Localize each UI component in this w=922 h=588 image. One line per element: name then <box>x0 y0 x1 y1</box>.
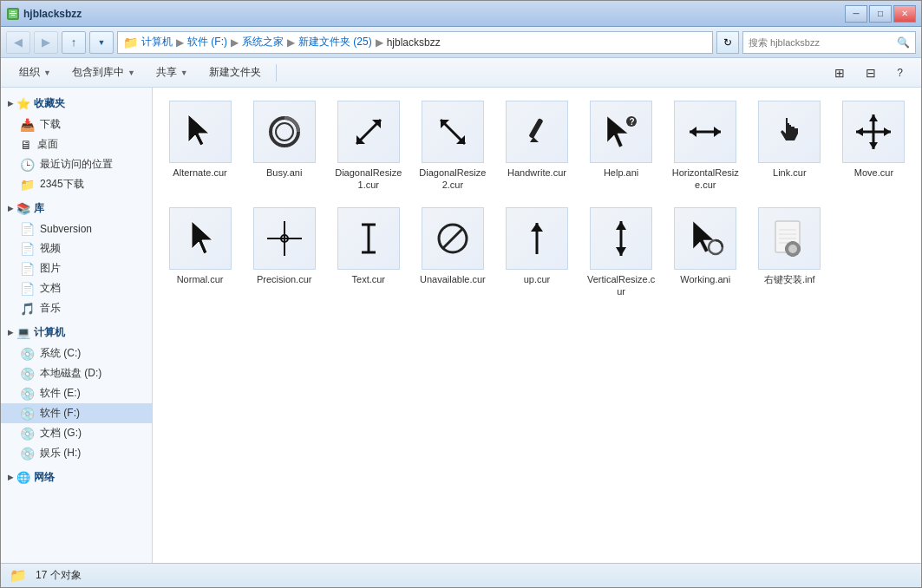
file-item-help[interactable]: ? Help.ani <box>581 95 662 198</box>
svg-marker-29 <box>856 127 863 136</box>
svg-rect-54 <box>791 241 794 245</box>
address-part-current: hjblacksbzz <box>387 36 441 49</box>
share-button[interactable]: 共享 ▼ <box>147 62 198 84</box>
file-icon-diagonalresize1 <box>337 101 400 163</box>
svg-rect-55 <box>791 253 794 257</box>
sidebar-item-download[interactable]: 📥 下载 <box>1 114 152 134</box>
search-icon[interactable]: 🔍 <box>897 36 910 49</box>
svg-rect-4 <box>11 15 15 16</box>
file-item-alternate[interactable]: Alternate.cur <box>160 95 240 198</box>
file-item-text[interactable]: Text.cur <box>328 201 409 304</box>
up-button[interactable]: ↑ <box>62 31 86 54</box>
include-library-button[interactable]: 包含到库中 ▼ <box>62 62 145 84</box>
nav-bar: ◀ ▶ ↑ ▼ 📁 计算机 ▶ 软件 (F:) ▶ 系统之家 ▶ 新建文件夹 (… <box>1 27 921 58</box>
file-name-link: Link.cur <box>773 167 807 179</box>
file-area: Alternate.cur Busy.ani <box>153 88 921 563</box>
download-icon: 📥 <box>20 118 35 132</box>
sidebar-item-recent[interactable]: 🕒 最近访问的位置 <box>1 154 152 174</box>
svg-text:?: ? <box>630 117 635 127</box>
sidebar-item-subversion[interactable]: 📄 Subversion <box>1 219 152 238</box>
sidebar-item-local-d[interactable]: 💿 本地磁盘 (D:) <box>1 363 152 383</box>
disk-f-icon: 💿 <box>20 407 35 421</box>
new-folder-button[interactable]: 新建文件夹 <box>199 62 271 84</box>
recent-locations-button[interactable]: ▼ <box>89 31 114 54</box>
sidebar-section-network: ▶ 🌐 网络 <box>1 467 152 488</box>
file-item-precision[interactable]: Precision.cur <box>244 201 324 304</box>
sidebar-item-image[interactable]: 📄 图片 <box>1 258 152 278</box>
sidebar-network-header[interactable]: ▶ 🌐 网络 <box>1 467 152 488</box>
file-icon-diagonalresize2 <box>422 101 484 163</box>
sidebar-item-2345[interactable]: 📁 2345下载 <box>1 174 152 194</box>
file-name-text: Text.cur <box>352 273 386 285</box>
file-item-handwrite[interactable]: Handwrite.cur <box>496 95 577 198</box>
search-input[interactable] <box>749 37 893 48</box>
sidebar-item-doc-g[interactable]: 💿 文档 (G:) <box>1 423 152 443</box>
file-item-unavailable[interactable]: Unavailable.cur <box>412 201 493 304</box>
file-name-alternate: Alternate.cur <box>173 167 226 179</box>
disk-g-icon: 💿 <box>20 427 35 441</box>
address-part-computer[interactable]: 计算机 <box>141 35 173 49</box>
main-window: hjblacksbzz ─ □ ✕ ◀ ▶ ↑ ▼ 📁 计算机 ▶ 软件 (F:… <box>0 0 922 588</box>
desktop-icon: 🖥 <box>20 138 32 152</box>
close-button[interactable]: ✕ <box>893 5 916 23</box>
sidebar-item-video[interactable]: 📄 视频 <box>1 238 152 258</box>
subversion-icon: 📄 <box>20 222 35 236</box>
sidebar-favorites-header[interactable]: ▶ ⭐ 收藏夹 <box>1 93 152 114</box>
svg-rect-56 <box>785 247 788 251</box>
svg-rect-3 <box>11 11 15 12</box>
file-item-horizontalresize[interactable]: HorizontalResize.cur <box>665 95 746 198</box>
address-part-xzj[interactable]: 系统之家 <box>242 35 284 49</box>
title-bar: hjblacksbzz ─ □ ✕ <box>1 1 921 27</box>
sidebar-item-soft-e[interactable]: 💿 软件 (E:) <box>1 383 152 403</box>
file-item-rightclick[interactable]: 右键安装.inf <box>749 201 830 304</box>
2345-icon: 📁 <box>20 178 35 192</box>
back-button[interactable]: ◀ <box>6 31 30 54</box>
restore-button[interactable]: □ <box>869 5 892 23</box>
file-icon-rightclick <box>758 207 821 270</box>
search-bar[interactable]: 🔍 <box>742 31 916 54</box>
svg-marker-28 <box>869 142 878 149</box>
sidebar-item-document[interactable]: 📄 文档 <box>1 278 152 298</box>
address-bar[interactable]: 📁 计算机 ▶ 软件 (F:) ▶ 系统之家 ▶ 新建文件夹 (25) ▶ hj… <box>117 31 713 54</box>
address-folder-icon: 📁 <box>123 36 138 49</box>
file-icon-working <box>674 207 736 270</box>
file-item-verticalresize[interactable]: VerticalResize.cur <box>581 201 662 304</box>
svg-rect-2 <box>10 13 16 14</box>
details-pane-button[interactable]: ⊟ <box>856 62 886 84</box>
status-bar: 📁 17 个对象 <box>1 563 921 587</box>
svg-rect-22 <box>786 118 788 134</box>
svg-marker-5 <box>188 114 209 146</box>
file-name-working: Working.ani <box>680 273 730 285</box>
title-text: hjblacksbzz <box>23 8 82 20</box>
sidebar-computer-header[interactable]: ▶ 💻 计算机 <box>1 322 152 343</box>
address-part-new-folder[interactable]: 新建文件夹 (25) <box>298 35 372 49</box>
refresh-button[interactable]: ↻ <box>716 31 739 54</box>
forward-button[interactable]: ▶ <box>34 31 58 54</box>
view-options-button[interactable]: ⊞ <box>825 62 854 84</box>
sidebar-item-music[interactable]: 🎵 音乐 <box>1 298 152 318</box>
file-item-diagonalresize2[interactable]: DiagonalResize 2.cur <box>412 95 493 198</box>
disk-c-icon: 💿 <box>20 347 35 361</box>
organize-button[interactable]: 组织 ▼ <box>10 62 61 84</box>
sidebar-library-header[interactable]: ▶ 📚 库 <box>1 198 152 219</box>
sidebar-item-soft-f[interactable]: 💿 软件 (F:) <box>1 403 152 423</box>
address-part-soft-f[interactable]: 软件 (F:) <box>187 35 227 49</box>
file-item-diagonalresize1[interactable]: DiagonalResize 1.cur <box>328 95 409 198</box>
file-name-rightclick: 右键安装.inf <box>764 273 815 285</box>
file-icon-up <box>506 207 568 270</box>
help-button[interactable]: ? <box>887 62 912 84</box>
minimize-button[interactable]: ─ <box>845 5 867 23</box>
file-item-normal[interactable]: Normal.cur <box>160 201 240 304</box>
file-name-help: Help.ani <box>604 167 638 179</box>
file-item-working[interactable]: Working.ani <box>665 201 746 304</box>
file-name-diagonalresize2: DiagonalResize 2.cur <box>418 167 487 192</box>
file-item-move[interactable]: Move.cur <box>834 95 914 198</box>
sidebar-item-system-c[interactable]: 💿 系统 (C:) <box>1 343 152 363</box>
sidebar-item-desktop[interactable]: 🖥 桌面 <box>1 134 152 154</box>
file-grid: Alternate.cur Busy.ani <box>160 95 914 304</box>
window-icon <box>6 7 20 21</box>
sidebar-item-ent-h[interactable]: 💿 娱乐 (H:) <box>1 443 152 463</box>
file-item-up[interactable]: up.cur <box>496 201 577 304</box>
file-item-link[interactable]: Link.cur <box>749 95 830 198</box>
file-item-busy[interactable]: Busy.ani <box>244 95 324 198</box>
